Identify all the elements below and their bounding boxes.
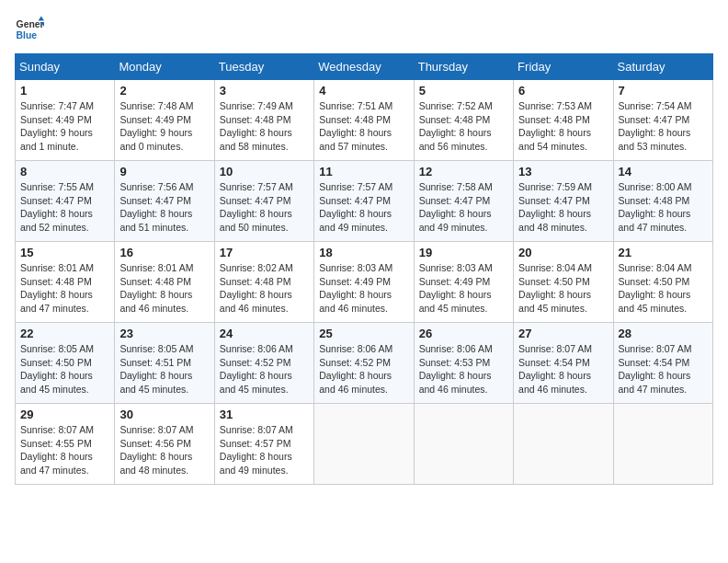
day-number: 29 (20, 408, 109, 421)
calendar-cell: 6Sunrise: 7:53 AM Sunset: 4:48 PM Daylig… (514, 80, 613, 161)
day-info: Sunrise: 8:07 AM Sunset: 4:55 PM Dayligh… (20, 423, 109, 477)
calendar-cell: 31Sunrise: 8:07 AM Sunset: 4:57 PM Dayli… (214, 404, 313, 485)
day-number: 24 (220, 327, 309, 340)
calendar-cell (414, 404, 513, 485)
day-number: 14 (619, 165, 708, 178)
calendar-week-2: 8Sunrise: 7:55 AM Sunset: 4:47 PM Daylig… (16, 161, 713, 242)
calendar-week-1: 1Sunrise: 7:47 AM Sunset: 4:49 PM Daylig… (16, 80, 713, 161)
day-info: Sunrise: 8:01 AM Sunset: 4:48 PM Dayligh… (20, 261, 109, 316)
calendar-cell (514, 404, 613, 485)
day-info: Sunrise: 8:06 AM Sunset: 4:52 PM Dayligh… (319, 342, 408, 396)
calendar-header-friday: Friday (514, 54, 613, 80)
day-info: Sunrise: 8:04 AM Sunset: 4:50 PM Dayligh… (518, 261, 608, 316)
calendar-body: 1Sunrise: 7:47 AM Sunset: 4:49 PM Daylig… (16, 80, 713, 485)
day-number: 1 (20, 84, 109, 98)
calendar-cell: 22Sunrise: 8:05 AM Sunset: 4:50 PM Dayli… (16, 323, 115, 404)
calendar-week-4: 22Sunrise: 8:05 AM Sunset: 4:50 PM Dayli… (16, 323, 713, 404)
day-number: 31 (220, 408, 309, 421)
day-info: Sunrise: 8:07 AM Sunset: 4:56 PM Dayligh… (119, 423, 209, 477)
calendar-cell: 13Sunrise: 7:59 AM Sunset: 4:47 PM Dayli… (514, 161, 613, 242)
calendar-cell (314, 404, 414, 485)
calendar-cell: 4Sunrise: 7:51 AM Sunset: 4:48 PM Daylig… (314, 80, 414, 161)
day-number: 28 (619, 327, 708, 340)
day-info: Sunrise: 8:07 AM Sunset: 4:54 PM Dayligh… (619, 342, 708, 396)
day-info: Sunrise: 7:52 AM Sunset: 4:48 PM Dayligh… (419, 99, 508, 154)
calendar-cell: 21Sunrise: 8:04 AM Sunset: 4:50 PM Dayli… (613, 242, 712, 323)
day-number: 12 (419, 165, 508, 178)
day-info: Sunrise: 7:55 AM Sunset: 4:47 PM Dayligh… (20, 180, 109, 235)
day-info: Sunrise: 7:54 AM Sunset: 4:47 PM Dayligh… (619, 99, 708, 154)
calendar-cell: 10Sunrise: 7:57 AM Sunset: 4:47 PM Dayli… (214, 161, 313, 242)
day-info: Sunrise: 8:07 AM Sunset: 4:57 PM Dayligh… (220, 423, 309, 477)
calendar-header-tuesday: Tuesday (214, 54, 313, 80)
day-info: Sunrise: 8:07 AM Sunset: 4:54 PM Dayligh… (518, 342, 608, 396)
day-number: 17 (220, 246, 309, 259)
day-info: Sunrise: 7:49 AM Sunset: 4:48 PM Dayligh… (220, 99, 309, 154)
calendar-cell: 24Sunrise: 8:06 AM Sunset: 4:52 PM Dayli… (214, 323, 313, 404)
svg-text:Blue: Blue (17, 30, 38, 40)
day-info: Sunrise: 7:56 AM Sunset: 4:47 PM Dayligh… (119, 180, 209, 235)
calendar-header-row: SundayMondayTuesdayWednesdayThursdayFrid… (16, 54, 713, 80)
day-info: Sunrise: 8:06 AM Sunset: 4:53 PM Dayligh… (419, 342, 508, 396)
day-number: 27 (518, 327, 608, 340)
day-number: 10 (220, 165, 309, 178)
calendar-cell: 16Sunrise: 8:01 AM Sunset: 4:48 PM Dayli… (115, 242, 214, 323)
calendar-header-wednesday: Wednesday (314, 54, 414, 80)
day-number: 6 (518, 84, 608, 98)
day-number: 13 (518, 165, 608, 178)
day-info: Sunrise: 7:57 AM Sunset: 4:47 PM Dayligh… (220, 180, 309, 235)
calendar-cell: 15Sunrise: 8:01 AM Sunset: 4:48 PM Dayli… (16, 242, 115, 323)
calendar-cell: 28Sunrise: 8:07 AM Sunset: 4:54 PM Dayli… (613, 323, 712, 404)
day-info: Sunrise: 8:03 AM Sunset: 4:49 PM Dayligh… (319, 261, 408, 316)
calendar-week-3: 15Sunrise: 8:01 AM Sunset: 4:48 PM Dayli… (16, 242, 713, 323)
day-info: Sunrise: 8:06 AM Sunset: 4:52 PM Dayligh… (220, 342, 309, 396)
day-number: 22 (20, 327, 109, 340)
day-number: 7 (619, 84, 708, 98)
day-info: Sunrise: 8:01 AM Sunset: 4:48 PM Dayligh… (119, 261, 209, 316)
calendar-cell: 3Sunrise: 7:49 AM Sunset: 4:48 PM Daylig… (214, 80, 313, 161)
day-number: 3 (220, 84, 309, 98)
calendar-cell: 5Sunrise: 7:52 AM Sunset: 4:48 PM Daylig… (414, 80, 513, 161)
calendar-cell: 8Sunrise: 7:55 AM Sunset: 4:47 PM Daylig… (16, 161, 115, 242)
day-info: Sunrise: 7:59 AM Sunset: 4:47 PM Dayligh… (518, 180, 608, 235)
day-info: Sunrise: 7:51 AM Sunset: 4:48 PM Dayligh… (319, 99, 408, 154)
day-number: 26 (419, 327, 508, 340)
calendar-cell: 27Sunrise: 8:07 AM Sunset: 4:54 PM Dayli… (514, 323, 613, 404)
day-info: Sunrise: 7:57 AM Sunset: 4:47 PM Dayligh… (319, 180, 408, 235)
day-number: 15 (20, 246, 109, 259)
calendar-cell: 19Sunrise: 8:03 AM Sunset: 4:49 PM Dayli… (414, 242, 513, 323)
calendar-cell: 7Sunrise: 7:54 AM Sunset: 4:47 PM Daylig… (613, 80, 712, 161)
calendar-cell: 30Sunrise: 8:07 AM Sunset: 4:56 PM Dayli… (115, 404, 214, 485)
day-number: 11 (319, 165, 408, 178)
day-number: 2 (119, 84, 209, 98)
day-number: 21 (619, 246, 708, 259)
day-number: 5 (419, 84, 508, 98)
calendar-cell: 29Sunrise: 8:07 AM Sunset: 4:55 PM Dayli… (16, 404, 115, 485)
day-number: 8 (20, 165, 109, 178)
calendar-header-thursday: Thursday (414, 54, 513, 80)
calendar-cell: 2Sunrise: 7:48 AM Sunset: 4:49 PM Daylig… (115, 80, 214, 161)
day-info: Sunrise: 7:53 AM Sunset: 4:48 PM Dayligh… (518, 99, 608, 154)
calendar-cell: 12Sunrise: 7:58 AM Sunset: 4:47 PM Dayli… (414, 161, 513, 242)
svg-marker-2 (39, 17, 44, 21)
day-info: Sunrise: 7:48 AM Sunset: 4:49 PM Dayligh… (119, 99, 209, 154)
calendar-cell: 1Sunrise: 7:47 AM Sunset: 4:49 PM Daylig… (16, 80, 115, 161)
calendar-cell: 25Sunrise: 8:06 AM Sunset: 4:52 PM Dayli… (314, 323, 414, 404)
calendar-table: SundayMondayTuesdayWednesdayThursdayFrid… (15, 53, 713, 485)
logo: General Blue (15, 15, 44, 44)
day-info: Sunrise: 7:47 AM Sunset: 4:49 PM Dayligh… (20, 99, 109, 154)
calendar-header-saturday: Saturday (613, 54, 712, 80)
day-number: 20 (518, 246, 608, 259)
day-number: 4 (319, 84, 408, 98)
calendar-week-5: 29Sunrise: 8:07 AM Sunset: 4:55 PM Dayli… (16, 404, 713, 485)
logo-icon: General Blue (15, 15, 44, 44)
page-header: General Blue (15, 15, 713, 44)
day-info: Sunrise: 8:03 AM Sunset: 4:49 PM Dayligh… (419, 261, 508, 316)
day-number: 16 (119, 246, 209, 259)
day-info: Sunrise: 8:02 AM Sunset: 4:48 PM Dayligh… (220, 261, 309, 316)
svg-text:General: General (17, 19, 44, 29)
calendar-cell: 9Sunrise: 7:56 AM Sunset: 4:47 PM Daylig… (115, 161, 214, 242)
calendar-cell: 17Sunrise: 8:02 AM Sunset: 4:48 PM Dayli… (214, 242, 313, 323)
calendar-cell: 14Sunrise: 8:00 AM Sunset: 4:48 PM Dayli… (613, 161, 712, 242)
calendar-cell: 11Sunrise: 7:57 AM Sunset: 4:47 PM Dayli… (314, 161, 414, 242)
